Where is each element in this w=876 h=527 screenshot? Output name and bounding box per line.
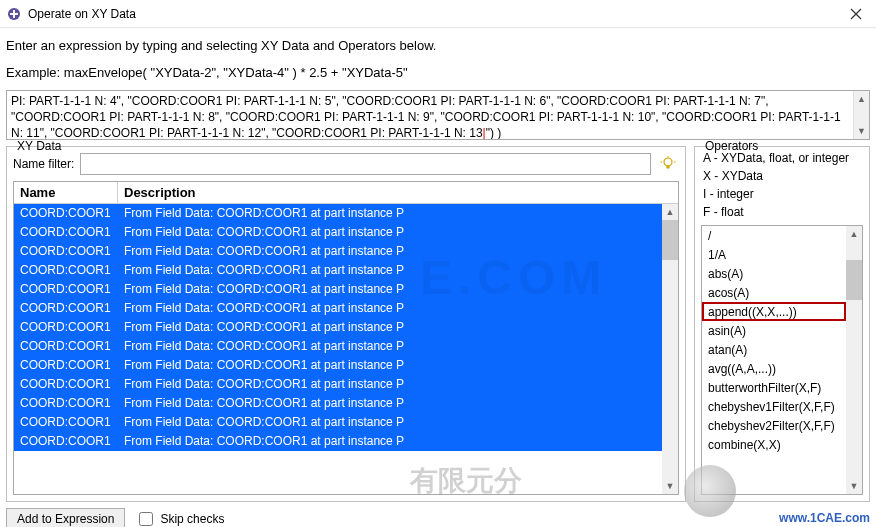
- row-name: COORD:COOR1: [14, 394, 118, 413]
- expression-scrollbar[interactable]: ▲ ▼: [853, 91, 869, 139]
- lightbulb-icon: [660, 156, 676, 172]
- table-row[interactable]: COORD:COOR1From Field Data: COORD:COOR1 …: [14, 204, 662, 223]
- operators-inner: A - XYData, float, or integer X - XYData…: [695, 147, 869, 501]
- svg-point-5: [664, 158, 672, 166]
- operator-types: A - XYData, float, or integer X - XYData…: [701, 147, 863, 225]
- scroll-thumb[interactable]: [662, 220, 678, 260]
- table-row[interactable]: COORD:COOR1From Field Data: COORD:COOR1 …: [14, 356, 662, 375]
- expression-text-line3b: ") ): [486, 126, 502, 140]
- row-name: COORD:COOR1: [14, 356, 118, 375]
- row-desc: From Field Data: COORD:COOR1 at part ins…: [118, 413, 662, 432]
- row-desc: From Field Data: COORD:COOR1 at part ins…: [118, 299, 662, 318]
- scroll-thumb[interactable]: [846, 260, 862, 300]
- scroll-down-icon[interactable]: ▼: [854, 123, 869, 139]
- table-row[interactable]: COORD:COOR1From Field Data: COORD:COOR1 …: [14, 261, 662, 280]
- operators-list-wrap: /1/Aabs(A)acos(A)append((X,X,...))asin(A…: [701, 225, 863, 495]
- scroll-down-icon[interactable]: ▼: [846, 478, 862, 494]
- close-icon: [850, 8, 862, 20]
- window-title: Operate on XY Data: [28, 7, 836, 21]
- operator-item[interactable]: abs(A): [702, 264, 846, 283]
- table-row[interactable]: COORD:COOR1From Field Data: COORD:COOR1 …: [14, 337, 662, 356]
- table-row[interactable]: COORD:COOR1From Field Data: COORD:COOR1 …: [14, 223, 662, 242]
- scroll-up-icon[interactable]: ▲: [846, 226, 862, 242]
- filter-hint-button[interactable]: [657, 153, 679, 175]
- row-desc: From Field Data: COORD:COOR1 at part ins…: [118, 280, 662, 299]
- row-name: COORD:COOR1: [14, 242, 118, 261]
- operator-item[interactable]: chebyshev1Filter(X,F,F): [702, 397, 846, 416]
- operator-item[interactable]: acos(A): [702, 283, 846, 302]
- scroll-track[interactable]: [854, 107, 869, 123]
- table-row[interactable]: COORD:COOR1From Field Data: COORD:COOR1 …: [14, 318, 662, 337]
- column-name-header[interactable]: Name: [14, 182, 118, 203]
- table-row[interactable]: COORD:COOR1From Field Data: COORD:COOR1 …: [14, 242, 662, 261]
- operators-panel: Operators A - XYData, float, or integer …: [694, 146, 870, 502]
- row-desc: From Field Data: COORD:COOR1 at part ins…: [118, 242, 662, 261]
- table-row[interactable]: COORD:COOR1From Field Data: COORD:COOR1 …: [14, 413, 662, 432]
- operator-item[interactable]: avg((A,A,...)): [702, 359, 846, 378]
- operator-item[interactable]: asin(A): [702, 321, 846, 340]
- row-name: COORD:COOR1: [14, 261, 118, 280]
- row-name: COORD:COOR1: [14, 337, 118, 356]
- column-desc-header[interactable]: Description: [118, 182, 678, 203]
- skip-checks-input[interactable]: [139, 512, 153, 526]
- row-name: COORD:COOR1: [14, 223, 118, 242]
- operator-item[interactable]: 1/A: [702, 245, 846, 264]
- expression-text-line2: "COORD:COOR1 PI: PART-1-1-1 N: 8", "COOR…: [11, 110, 775, 124]
- expression-wrap: PI: PART-1-1-1 N: 4", "COORD:COOR1 PI: P…: [6, 90, 870, 140]
- xydata-panel: XY Data Name filter: Name: [6, 146, 686, 502]
- scroll-up-icon[interactable]: ▲: [854, 91, 869, 107]
- scroll-track[interactable]: [846, 300, 862, 478]
- table-row[interactable]: COORD:COOR1From Field Data: COORD:COOR1 …: [14, 394, 662, 413]
- panels: XY Data Name filter: Name: [0, 146, 876, 502]
- row-desc: From Field Data: COORD:COOR1 at part ins…: [118, 394, 662, 413]
- name-filter-row: Name filter:: [13, 153, 679, 175]
- scroll-down-icon[interactable]: ▼: [662, 478, 678, 494]
- scroll-track[interactable]: [662, 260, 678, 478]
- row-name: COORD:COOR1: [14, 204, 118, 223]
- row-name: COORD:COOR1: [14, 299, 118, 318]
- xydata-grid: Name Description COORD:COOR1From Field D…: [13, 181, 679, 495]
- row-desc: From Field Data: COORD:COOR1 at part ins…: [118, 337, 662, 356]
- operators-scrollbar[interactable]: ▲ ▼: [846, 226, 862, 494]
- name-filter-input[interactable]: [80, 153, 651, 175]
- row-desc: From Field Data: COORD:COOR1 at part ins…: [118, 375, 662, 394]
- window-close-button[interactable]: [836, 0, 876, 28]
- table-row[interactable]: COORD:COOR1From Field Data: COORD:COOR1 …: [14, 432, 662, 451]
- watermark-url: www.1CAE.com: [779, 511, 870, 525]
- xydata-grid-header: Name Description: [14, 182, 678, 204]
- operator-type-a: A - XYData, float, or integer: [703, 151, 861, 165]
- xydata-grid-body: COORD:COOR1From Field Data: COORD:COOR1 …: [14, 204, 678, 494]
- expression-input[interactable]: PI: PART-1-1-1 N: 4", "COORD:COOR1 PI: P…: [6, 90, 870, 140]
- expression-text-line1: PI: PART-1-1-1 N: 4", "COORD:COOR1 PI: P…: [11, 94, 769, 108]
- table-row[interactable]: COORD:COOR1From Field Data: COORD:COOR1 …: [14, 280, 662, 299]
- scroll-up-icon[interactable]: ▲: [662, 204, 678, 220]
- xydata-scrollbar[interactable]: ▲ ▼: [662, 204, 678, 494]
- app-icon: [6, 6, 22, 22]
- skip-checks-checkbox[interactable]: Skip checks: [135, 509, 224, 527]
- bottom-row: Add to Expression Skip checks: [0, 502, 876, 527]
- row-desc: From Field Data: COORD:COOR1 at part ins…: [118, 356, 662, 375]
- svg-rect-2: [13, 10, 15, 18]
- operator-item[interactable]: atan(A): [702, 340, 846, 359]
- operator-type-f: F - float: [703, 205, 861, 219]
- operator-item[interactable]: combine(X,X): [702, 435, 846, 454]
- operator-item[interactable]: butterworthFilter(X,F): [702, 378, 846, 397]
- intro-prompt: Enter an expression by typing and select…: [6, 36, 870, 57]
- row-desc: From Field Data: COORD:COOR1 at part ins…: [118, 432, 662, 451]
- operator-item[interactable]: chebyshev2Filter(X,F,F): [702, 416, 846, 435]
- row-name: COORD:COOR1: [14, 375, 118, 394]
- add-to-expression-button[interactable]: Add to Expression: [6, 508, 125, 527]
- name-filter-label: Name filter:: [13, 157, 74, 171]
- skip-checks-label: Skip checks: [160, 512, 224, 526]
- row-desc: From Field Data: COORD:COOR1 at part ins…: [118, 204, 662, 223]
- table-row[interactable]: COORD:COOR1From Field Data: COORD:COOR1 …: [14, 375, 662, 394]
- operator-item[interactable]: /: [702, 226, 846, 245]
- row-name: COORD:COOR1: [14, 318, 118, 337]
- svg-rect-6: [667, 165, 670, 168]
- table-row[interactable]: COORD:COOR1From Field Data: COORD:COOR1 …: [14, 299, 662, 318]
- intro-section: Enter an expression by typing and select…: [0, 28, 876, 84]
- operator-type-x: X - XYData: [703, 169, 861, 183]
- intro-example: Example: maxEnvelope( "XYData-2", "XYDat…: [6, 63, 870, 84]
- operator-item[interactable]: append((X,X,...)): [702, 302, 846, 321]
- row-desc: From Field Data: COORD:COOR1 at part ins…: [118, 223, 662, 242]
